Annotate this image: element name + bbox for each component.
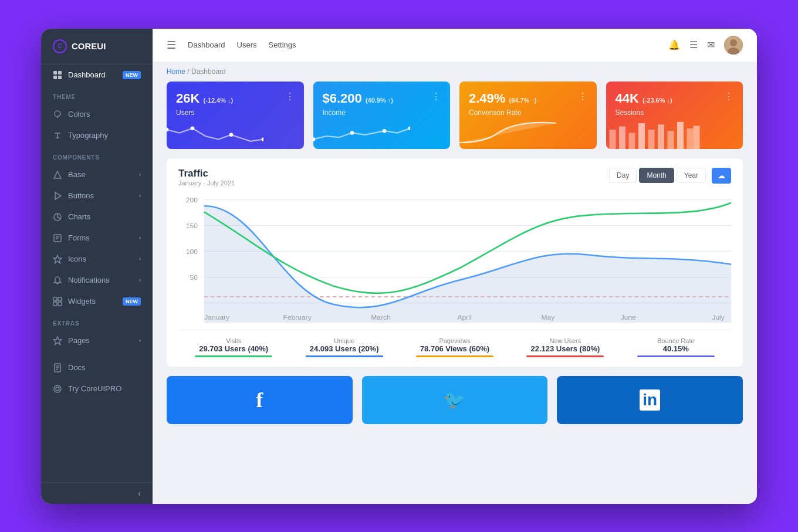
notifications-icon [53, 276, 62, 285]
users-value: 26K (-12.4% ↓) [176, 91, 233, 106]
dashboard-badge: NEW [123, 71, 141, 79]
base-label: Base [68, 170, 86, 179]
sidebar-item-buttons[interactable]: Buttons › [41, 185, 153, 206]
stat-cards-row: 26K (-12.4% ↓) Users ⋮ [167, 82, 743, 149]
svg-rect-3 [58, 76, 62, 79]
traffic-stats-row: Visits 29.703 Users (40%) Unique 24.093 … [178, 330, 731, 357]
users-label: Users [176, 109, 233, 117]
sidebar-item-forms[interactable]: Forms › [41, 228, 153, 249]
stat-new-users: New Users 22.123 Users (80%) [510, 337, 620, 357]
linkedin-icon: in [640, 389, 660, 411]
sidebar-item-notifications[interactable]: Notifications › [41, 270, 153, 291]
traffic-title: Traffic [178, 168, 235, 179]
svg-rect-36 [687, 128, 693, 148]
users-menu-icon[interactable]: ⋮ [285, 91, 295, 102]
svg-point-18 [730, 39, 737, 46]
buttons-icon [53, 191, 62, 201]
svg-rect-35 [677, 121, 684, 148]
traffic-controls: Day Month Year ☁ [609, 168, 731, 184]
svg-point-27 [408, 126, 410, 130]
twitter-icon: 🐦 [444, 389, 465, 410]
sidebar-item-pages[interactable]: Pages › [41, 330, 153, 351]
sessions-menu-icon[interactable]: ⋮ [724, 91, 733, 102]
social-cards-row: f 🐦 in [167, 376, 743, 424]
components-section-label: COMPONENTS [41, 146, 153, 164]
traffic-chart-svg: 200 150 100 50 January [178, 194, 731, 323]
income-menu-icon[interactable]: ⋮ [431, 91, 441, 102]
nav-dashboard[interactable]: Dashboard [188, 40, 225, 49]
svg-rect-30 [628, 133, 635, 149]
svg-text:February: February [283, 313, 312, 321]
svg-point-21 [191, 126, 195, 130]
social-card-facebook[interactable]: f [167, 376, 353, 424]
pages-icon [53, 336, 62, 345]
icons-chevron: › [139, 256, 141, 262]
breadcrumb-current: Dashboard [191, 67, 226, 76]
svg-rect-34 [667, 131, 674, 149]
svg-rect-28 [609, 130, 616, 149]
nav-users[interactable]: Users [237, 40, 257, 49]
svg-point-15 [54, 385, 61, 392]
hamburger-icon[interactable]: ☰ [167, 39, 176, 52]
collapse-button[interactable]: ‹ [138, 489, 141, 498]
forms-icon [53, 233, 62, 243]
svg-text:May: May [541, 313, 554, 321]
export-button[interactable]: ☁ [712, 168, 731, 184]
theme-section-label: THEME [41, 86, 153, 104]
buttons-label: Buttons [68, 191, 94, 200]
user-avatar[interactable] [724, 36, 743, 55]
svg-marker-5 [55, 192, 61, 199]
unique-label: Unique [289, 337, 399, 344]
time-btn-month[interactable]: Month [639, 168, 674, 183]
svg-text:March: March [371, 313, 390, 321]
sidebar-item-base[interactable]: Base › [41, 164, 153, 185]
svg-text:June: June [621, 313, 637, 321]
svg-text:January: January [204, 313, 229, 321]
svg-text:150: 150 [186, 221, 198, 229]
sidebar-logo[interactable]: C COREUI [41, 29, 153, 65]
base-icon [53, 170, 62, 179]
social-card-twitter[interactable]: 🐦 [362, 376, 548, 424]
income-value: $6.200 (40.9% ↑) [323, 91, 393, 106]
conversion-menu-icon[interactable]: ⋮ [578, 91, 587, 102]
social-card-linkedin[interactable]: in [557, 376, 743, 424]
svg-rect-0 [53, 71, 57, 74]
sidebar-item-colors[interactable]: Colors [41, 104, 153, 125]
svg-text:200: 200 [186, 195, 198, 203]
income-chart [313, 117, 410, 149]
content-area: 26K (-12.4% ↓) Users ⋮ [153, 82, 757, 504]
bell-icon[interactable]: 🔔 [668, 39, 680, 50]
notifications-label: Notifications [68, 276, 110, 284]
sidebar-item-dashboard[interactable]: Dashboard NEW [41, 65, 153, 86]
colors-icon [53, 110, 62, 119]
stat-card-income: $6.200 (40.9% ↑) Income ⋮ [313, 82, 451, 149]
dashboard-label: Dashboard [68, 70, 106, 79]
time-btn-year[interactable]: Year [677, 168, 706, 183]
svg-point-24 [313, 137, 315, 141]
sidebar-item-icons[interactable]: Icons › [41, 249, 153, 270]
breadcrumb-home[interactable]: Home [167, 67, 185, 76]
nav-settings[interactable]: Settings [269, 40, 296, 49]
time-btn-day[interactable]: Day [609, 168, 637, 183]
svg-marker-13 [53, 337, 62, 345]
svg-point-26 [382, 128, 386, 133]
sidebar-item-docs[interactable]: Docs [41, 357, 153, 378]
docs-label: Docs [68, 363, 86, 372]
list-icon[interactable]: ☰ [689, 39, 698, 50]
stat-pageviews: Pageviews 78.706 Views (60%) [400, 337, 510, 357]
svg-rect-31 [638, 123, 645, 149]
svg-rect-32 [648, 130, 654, 149]
sidebar-item-typography[interactable]: Typography [41, 125, 153, 146]
svg-point-25 [350, 131, 354, 135]
sessions-value: 44K (-23.6% ↓) [616, 91, 672, 106]
mail-icon[interactable]: ✉ [707, 39, 715, 50]
sessions-label: Sessions [616, 109, 672, 117]
svg-rect-37 [693, 126, 699, 149]
sidebar-item-charts[interactable]: Charts [41, 206, 153, 228]
forms-label: Forms [68, 233, 90, 242]
docs-icon [53, 363, 62, 372]
sidebar-item-try-pro[interactable]: Try CoreUIPRO [41, 378, 153, 399]
svg-marker-4 [54, 171, 61, 178]
sidebar-footer: ‹ [41, 482, 153, 504]
sidebar-item-widgets[interactable]: Widgets NEW [41, 291, 153, 312]
